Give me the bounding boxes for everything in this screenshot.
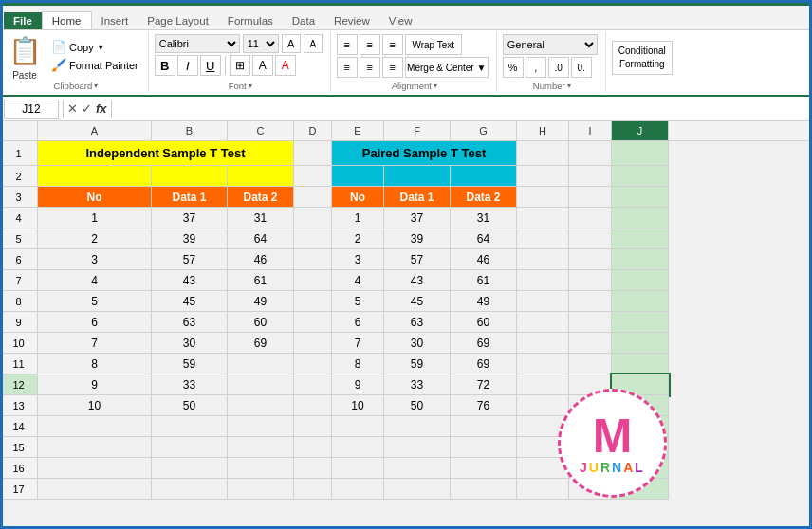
cell-c7[interactable]: 61 [228,270,294,291]
cell-g7[interactable]: 61 [451,270,517,291]
border-button[interactable]: ⊞ [230,55,250,76]
align-middle-button[interactable]: ≡ [360,34,380,55]
align-left-button[interactable]: ≡ [337,57,358,78]
percent-button[interactable]: % [503,57,524,78]
cell-f7[interactable]: 43 [384,270,451,291]
row-header-11[interactable]: 11 [0,354,38,374]
cell-g5[interactable]: 64 [451,228,517,249]
cell-j7[interactable] [612,270,669,291]
cell-j1[interactable] [612,141,669,166]
cell-c5[interactable]: 64 [228,228,294,249]
cell-e12[interactable]: 9 [332,374,384,395]
row-header-8[interactable]: 8 [0,291,38,312]
merge-center-button[interactable]: Merge & Center ▼ [405,57,489,78]
col-header-f[interactable]: F [384,121,451,140]
cell-a6[interactable]: 3 [38,249,152,270]
tab-data[interactable]: Data [283,12,324,29]
paste-button[interactable]: 📋 Paste [8,32,42,81]
cell-g12[interactable]: 72 [451,374,517,395]
copy-button[interactable]: 📄 Copy ▼ [49,39,140,55]
cell-a12[interactable]: 9 [38,374,152,395]
cell-a7[interactable]: 4 [38,270,152,291]
comma-button[interactable]: , [526,57,546,78]
col-header-d[interactable]: D [294,121,332,140]
cell-e4[interactable]: 1 [332,208,384,228]
cell-e9[interactable]: 6 [332,312,384,333]
col-header-i[interactable]: I [569,121,612,140]
tab-review[interactable]: Review [324,12,379,29]
tab-file[interactable]: File [4,12,42,29]
cell-e7[interactable]: 4 [332,270,384,291]
cell-a5[interactable]: 2 [38,228,152,249]
cell-e5[interactable]: 2 [332,228,384,249]
tab-home[interactable]: Home [42,11,92,29]
cell-b9[interactable]: 63 [152,312,228,333]
cell-j11[interactable] [612,354,669,374]
cell-a10[interactable]: 7 [38,333,152,354]
format-painter-button[interactable]: 🖌️ Format Painter [49,57,140,73]
cell-c4[interactable]: 31 [228,208,294,228]
formula-input[interactable] [116,100,808,119]
cell-f10[interactable]: 30 [384,333,451,354]
cell-b4[interactable]: 37 [152,208,228,228]
name-box[interactable] [4,100,59,119]
bold-button[interactable]: B [155,55,175,76]
cell-f5[interactable]: 39 [384,228,451,249]
tab-page-layout[interactable]: Page Layout [138,12,218,29]
row-header-5[interactable]: 5 [0,228,38,249]
cell-a11[interactable]: 8 [38,354,152,374]
cell-g4[interactable]: 31 [451,208,517,228]
cell-f4[interactable]: 37 [384,208,451,228]
cell-e13[interactable]: 10 [332,395,384,416]
cell-c12[interactable] [228,374,294,395]
cell-c8[interactable]: 49 [228,291,294,312]
cell-j9[interactable] [612,312,669,333]
cell-b3[interactable]: Data 1 [152,187,228,208]
col-header-a[interactable]: A [38,121,152,140]
number-format-select[interactable]: General [503,34,598,55]
cell-b8[interactable]: 45 [152,291,228,312]
cell-j6[interactable] [612,249,669,270]
font-color-button[interactable]: A [275,55,296,76]
tab-view[interactable]: View [379,12,422,29]
col-header-h[interactable]: H [517,121,569,140]
cell-j8[interactable] [612,291,669,312]
row-header-10[interactable]: 10 [0,333,38,354]
tab-formulas[interactable]: Formulas [218,12,283,29]
cell-c11[interactable] [228,354,294,374]
row-header-12[interactable]: 12 [0,374,38,395]
cell-c13[interactable] [228,395,294,416]
cell-g10[interactable]: 69 [451,333,517,354]
row-header-17[interactable]: 17 [0,479,38,500]
row-header-3[interactable]: 3 [0,187,38,208]
cell-a9[interactable]: 6 [38,312,152,333]
underline-button[interactable]: U [200,55,221,76]
tab-insert[interactable]: Insert [92,12,138,29]
cell-j5[interactable] [612,228,669,249]
cell-c9[interactable]: 60 [228,312,294,333]
cell-e10[interactable]: 7 [332,333,384,354]
cell-b11[interactable]: 59 [152,354,228,374]
cell-f8[interactable]: 45 [384,291,451,312]
fill-color-button[interactable]: A [252,55,273,76]
align-center-button[interactable]: ≡ [360,57,380,78]
col-header-e[interactable]: E [332,121,384,140]
row-header-6[interactable]: 6 [0,249,38,270]
col-header-c[interactable]: C [228,121,294,140]
cell-b7[interactable]: 43 [152,270,228,291]
italic-button[interactable]: I [177,55,198,76]
row-header-4[interactable]: 4 [0,208,38,228]
confirm-icon[interactable]: ✓ [82,101,92,116]
row-header-7[interactable]: 7 [0,270,38,291]
cell-f9[interactable]: 63 [384,312,451,333]
cell-g3[interactable]: Data 2 [451,187,517,208]
cell-e3[interactable]: No [332,187,384,208]
cell-d1[interactable] [294,141,332,166]
cell-b6[interactable]: 57 [152,249,228,270]
increase-font-button[interactable]: A [282,34,301,53]
cell-a4[interactable]: 1 [38,208,152,228]
cell-c10[interactable]: 69 [228,333,294,354]
align-bottom-button[interactable]: ≡ [382,34,403,55]
conditional-formatting-button[interactable]: ConditionalFormatting [612,41,673,75]
cell-b5[interactable]: 39 [152,228,228,249]
